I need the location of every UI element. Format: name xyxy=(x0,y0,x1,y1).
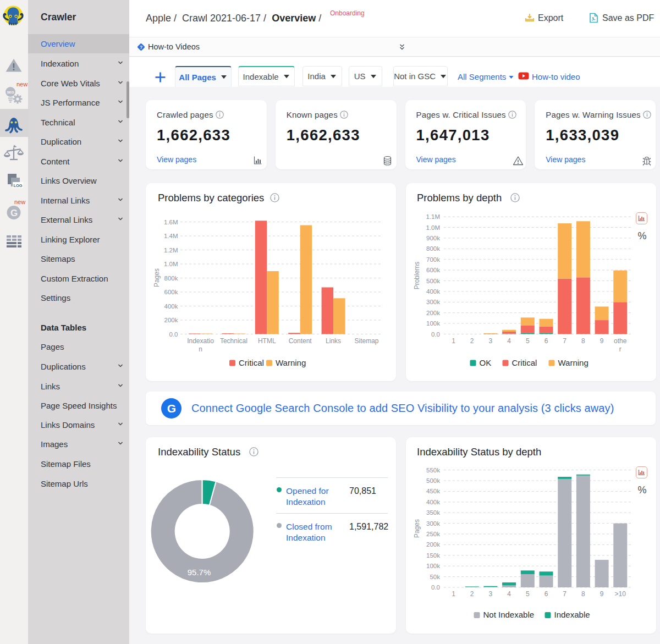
svg-text:300k: 300k xyxy=(426,299,440,305)
svg-text:100k: 100k xyxy=(426,563,440,569)
svg-text:Critical: Critical xyxy=(512,358,537,367)
svg-text:4: 4 xyxy=(507,337,511,345)
svg-text:>10: >10 xyxy=(614,590,626,598)
svg-text:1.1M: 1.1M xyxy=(426,213,440,220)
svg-text:1.0M: 1.0M xyxy=(426,224,440,231)
svg-text:600k: 600k xyxy=(164,289,178,295)
svg-text:200k: 200k xyxy=(164,317,178,323)
svg-text:1.6M: 1.6M xyxy=(164,219,178,225)
svg-text:350k: 350k xyxy=(426,509,440,516)
svg-text:?: ? xyxy=(140,45,142,50)
svg-text:Indexable: Indexable xyxy=(554,610,590,619)
svg-text:1.2M: 1.2M xyxy=(164,247,178,254)
svg-text:250k: 250k xyxy=(426,531,440,537)
svg-text:150k: 150k xyxy=(426,552,440,559)
svg-text:1.4M: 1.4M xyxy=(164,233,178,239)
svg-text:new: new xyxy=(16,81,28,87)
svg-text:Problems: Problems xyxy=(413,262,421,290)
svg-text:Pages: Pages xyxy=(153,268,161,287)
svg-text:800k: 800k xyxy=(164,275,178,282)
svg-text:550k: 550k xyxy=(426,467,440,474)
svg-text:50k: 50k xyxy=(430,574,440,580)
svg-text:5: 5 xyxy=(525,590,529,598)
svg-text:Not Indexable: Not Indexable xyxy=(483,610,534,619)
svg-text:HTML: HTML xyxy=(258,337,276,345)
svg-text:9: 9 xyxy=(600,590,603,598)
svg-text:4: 4 xyxy=(507,590,511,598)
svg-text:95.7%: 95.7% xyxy=(188,568,211,577)
svg-text:7: 7 xyxy=(563,337,566,345)
svg-text:700k: 700k xyxy=(426,256,440,263)
svg-text:0.0: 0.0 xyxy=(169,331,178,338)
svg-text:1: 1 xyxy=(452,590,455,598)
svg-text:8: 8 xyxy=(581,590,585,598)
svg-text:8: 8 xyxy=(581,337,585,345)
svg-text:200k: 200k xyxy=(426,541,440,548)
svg-text:G: G xyxy=(10,208,18,218)
svg-text:Links: Links xyxy=(326,337,341,345)
svg-text:SEO: SEO xyxy=(7,90,14,94)
svg-text:Pages: Pages xyxy=(413,519,421,538)
svg-text:800k: 800k xyxy=(426,245,440,252)
svg-text:500k: 500k xyxy=(426,477,440,484)
svg-text:0.0: 0.0 xyxy=(431,584,440,591)
svg-text:2: 2 xyxy=(470,337,474,345)
svg-text:9: 9 xyxy=(600,337,603,345)
svg-text:Warning: Warning xyxy=(276,358,306,367)
svg-text:2: 2 xyxy=(470,590,474,598)
svg-text:othe: othe xyxy=(614,337,627,345)
svg-text:200k: 200k xyxy=(426,310,440,316)
svg-text:400k: 400k xyxy=(164,303,178,310)
svg-text:n: n xyxy=(199,345,202,353)
svg-text:7: 7 xyxy=(563,590,566,598)
svg-text:Indexatio: Indexatio xyxy=(187,337,214,345)
svg-text:300k: 300k xyxy=(426,520,440,527)
svg-text:400k: 400k xyxy=(426,499,440,505)
svg-text:6: 6 xyxy=(544,590,548,598)
svg-text:500k: 500k xyxy=(426,278,440,284)
svg-text:LOG: LOG xyxy=(13,183,22,188)
svg-text:600k: 600k xyxy=(426,267,440,273)
svg-text:G: G xyxy=(167,402,176,415)
svg-text:400k: 400k xyxy=(426,288,440,295)
svg-text:Warning: Warning xyxy=(558,358,588,367)
svg-text:Sitemap: Sitemap xyxy=(354,337,378,345)
svg-text:450k: 450k xyxy=(426,488,440,494)
svg-text:OK: OK xyxy=(479,358,491,367)
svg-text:1: 1 xyxy=(452,337,455,345)
svg-text:900k: 900k xyxy=(426,235,440,241)
svg-text:new: new xyxy=(14,199,25,205)
svg-text:1.0M: 1.0M xyxy=(164,261,178,267)
svg-text:Content: Content xyxy=(289,337,312,345)
svg-text:Technical: Technical xyxy=(220,337,248,345)
svg-text:3: 3 xyxy=(488,590,492,598)
svg-text:3: 3 xyxy=(488,337,492,345)
svg-text:0.0: 0.0 xyxy=(431,331,440,338)
svg-text:6: 6 xyxy=(544,337,548,345)
svg-text:5: 5 xyxy=(525,337,529,345)
svg-text:r: r xyxy=(619,345,621,353)
svg-text:Critical: Critical xyxy=(239,358,264,367)
svg-text:100k: 100k xyxy=(426,320,440,327)
